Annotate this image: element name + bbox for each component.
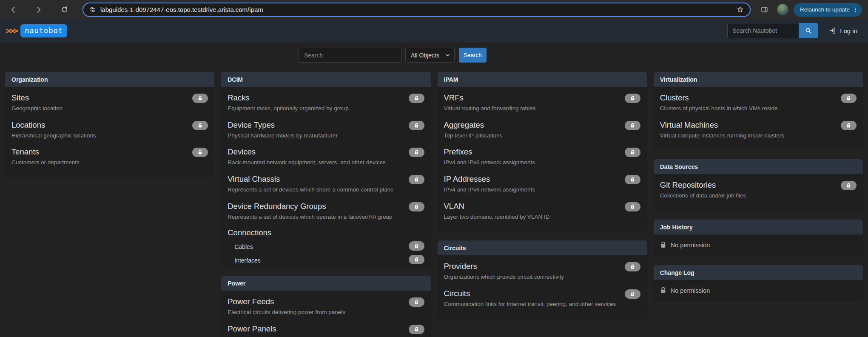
item-link-prefixes[interactable]: Prefixes <box>444 147 472 157</box>
reload-button[interactable] <box>57 3 71 17</box>
forward-arrow-icon <box>34 6 43 14</box>
panel-header-ipam: IPAM <box>438 72 647 87</box>
address-bar[interactable]: labguides-1-d0972447-eos.topo.testdrive.… <box>83 3 751 17</box>
panel-data-sources: Data Sources Git Repositories Collection… <box>654 159 863 211</box>
global-search-row: All Objects Search <box>299 48 487 63</box>
no-permission-row: No permission <box>654 280 863 302</box>
login-icon <box>829 27 837 34</box>
back-arrow-icon <box>9 6 17 14</box>
list-item: VRFs Virtual routing and forwarding tabl… <box>444 93 640 112</box>
list-item: Virtual Machines Virtual compute instanc… <box>660 120 857 140</box>
side-panel-icon <box>760 6 768 14</box>
nautobot-logo[interactable]: >>> nautobot <box>6 24 67 37</box>
list-item: Device Types Physical hardware models by… <box>228 120 424 140</box>
navbar-search-input[interactable] <box>727 23 799 38</box>
list-item: Interfaces <box>234 257 424 264</box>
profile-avatar[interactable] <box>777 4 788 15</box>
item-description: Geographic location <box>11 105 188 112</box>
relaunch-to-update-button[interactable]: Relaunch to update <box>794 3 862 17</box>
list-item: Sites Geographic location <box>11 93 208 112</box>
panel-power: Power Power Feeds Electrical circuits de… <box>221 276 430 337</box>
column-ipam-circuits: IPAM VRFs Virtual routing and forwarding… <box>438 72 647 328</box>
back-button[interactable] <box>6 3 20 17</box>
site-settings-icon[interactable] <box>89 6 96 13</box>
lock-icon <box>841 181 857 190</box>
item-link-power-feeds[interactable]: Power Feeds <box>228 297 274 306</box>
menu-dots-icon <box>852 6 859 13</box>
item-link-vlan[interactable]: VLAN <box>444 201 464 211</box>
item-link-providers[interactable]: Providers <box>444 261 477 271</box>
item-link-ip-addresses[interactable]: IP Addresses <box>444 174 490 184</box>
url-text: labguides-1-d0972447-eos.topo.testdrive.… <box>100 6 263 13</box>
lock-icon <box>409 255 424 264</box>
item-link-git-repositories[interactable]: Git Repositories <box>660 180 716 190</box>
panel-organization: Organization Sites Geographic location L… <box>5 72 214 177</box>
side-panel-button[interactable] <box>757 3 772 17</box>
panel-circuits: Circuits Providers Organizations which p… <box>438 240 647 319</box>
item-link-aggregates[interactable]: Aggregates <box>444 120 484 130</box>
navbar-right: Log in <box>727 23 862 38</box>
lock-icon <box>841 94 857 103</box>
item-link-clusters[interactable]: Clusters <box>660 93 689 103</box>
item-description: Customers or departments <box>11 159 188 166</box>
panel-header-virtualization: Virtualization <box>654 72 863 87</box>
item-link-virtual-machines[interactable]: Virtual Machines <box>660 120 718 130</box>
panel-ipam: IPAM VRFs Virtual routing and forwarding… <box>438 72 647 231</box>
navbar-search-button[interactable] <box>799 23 818 38</box>
item-description: Physical hardware models by manufacturer <box>228 132 404 140</box>
item-link-devices[interactable]: Devices <box>228 147 256 157</box>
list-item: Tenants Customers or departments <box>11 147 208 166</box>
item-link-power-panels[interactable]: Power Panels <box>228 324 276 334</box>
item-link-virtual-chassis[interactable]: Virtual Chassis <box>228 174 280 184</box>
navbar-search <box>727 23 818 38</box>
lock-icon <box>409 121 424 130</box>
lock-icon <box>192 94 208 103</box>
item-link-sites[interactable]: Sites <box>11 93 29 103</box>
screen: labguides-1-d0972447-eos.topo.testdrive.… <box>0 0 868 337</box>
list-item: Power Panels Electrical panels receiving… <box>228 324 424 337</box>
panel-change-log: Change Log No permission <box>654 265 863 302</box>
lock-icon <box>625 121 640 130</box>
no-permission-label: No permission <box>671 287 710 294</box>
object-type-select[interactable]: All Objects <box>405 48 455 63</box>
item-link-cables[interactable]: Cables <box>234 243 253 250</box>
no-permission-row: No permission <box>654 234 863 256</box>
item-description: Layer two domains, identified by VLAN ID <box>444 213 621 221</box>
list-item: Racks Equipment racks, optionally organi… <box>228 93 424 112</box>
lock-icon <box>409 241 424 251</box>
login-link[interactable]: Log in <box>829 27 857 34</box>
search-icon <box>805 27 812 34</box>
bookmark-star-icon[interactable] <box>736 6 744 14</box>
item-link-interfaces[interactable]: Interfaces <box>234 257 260 264</box>
item-description: Represents a set of devices which operat… <box>228 213 404 221</box>
panels-grid: Organization Sites Geographic location L… <box>0 72 868 337</box>
item-link-racks[interactable]: Racks <box>228 93 249 103</box>
lock-icon <box>625 94 640 103</box>
lock-icon <box>625 175 640 184</box>
item-description: Represents a set of devices which share … <box>228 186 404 194</box>
browser-toolbar: labguides-1-d0972447-eos.topo.testdrive.… <box>0 0 868 19</box>
list-item: Devices Rack-mounted network equipment, … <box>228 147 424 166</box>
panel-header-change-log: Change Log <box>654 265 863 280</box>
search-button[interactable]: Search <box>459 48 487 63</box>
list-item: IP Addresses IPv4 and IPv6 network assig… <box>444 174 640 194</box>
logo-chevrons-icon: >>> <box>6 26 17 36</box>
column-organization: Organization Sites Geographic location L… <box>5 72 214 186</box>
item-link-tenants[interactable]: Tenants <box>11 147 39 157</box>
item-link-device-redundancy-groups[interactable]: Device Redundancy Groups <box>228 201 326 211</box>
item-link-vrfs[interactable]: VRFs <box>444 93 464 103</box>
item-link-device-types[interactable]: Device Types <box>228 120 275 130</box>
list-item: Power Feeds Electrical circuits deliveri… <box>228 297 424 316</box>
panel-header-dcim: DCIM <box>221 72 430 87</box>
object-type-value: All Objects <box>411 52 445 59</box>
lock-icon <box>660 241 666 248</box>
chevron-down-icon <box>445 52 450 58</box>
lock-icon <box>192 148 208 157</box>
item-link-locations[interactable]: Locations <box>11 120 45 130</box>
forward-button[interactable] <box>31 3 46 17</box>
search-input[interactable] <box>299 48 401 63</box>
reload-icon <box>60 6 68 14</box>
item-link-circuits[interactable]: Circuits <box>444 288 470 298</box>
list-item: Prefixes IPv4 and IPv6 network assignmen… <box>444 147 640 166</box>
panel-header-organization: Organization <box>5 72 214 87</box>
